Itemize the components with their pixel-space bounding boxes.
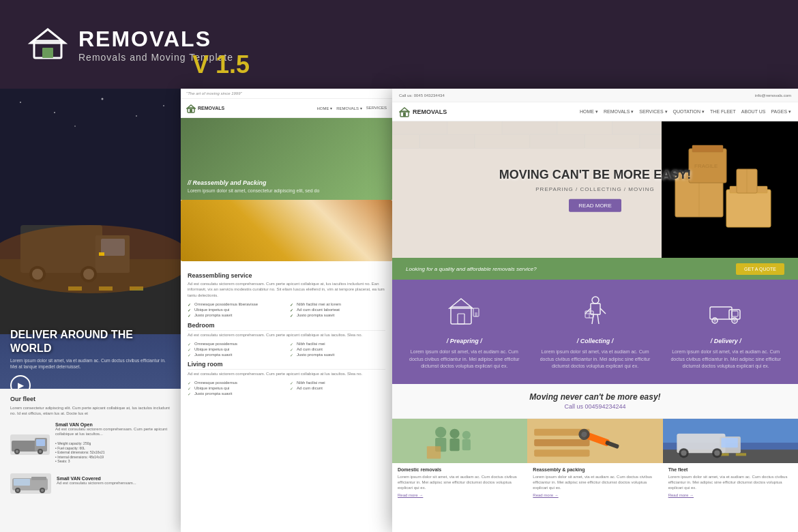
night-svg: [0, 89, 181, 334]
svg-rect-111: [462, 439, 471, 449]
screenshot-right: Call us: 0045 043234434 info@removals.co…: [392, 89, 798, 532]
card-packing-link[interactable]: Read more →: [533, 493, 657, 497]
svg-rect-25: [36, 439, 45, 446]
van-2-text: Ad est consulatu sictorem comprehensam..…: [57, 481, 136, 486]
svg-rect-31: [14, 479, 30, 486]
family-svg: [392, 419, 527, 463]
screenshot-left: DELIVER AROUND THE WORLD Lorem ipsum dol…: [0, 89, 181, 532]
svg-point-5: [54, 112, 55, 113]
mid-logo: REMOVALS: [186, 104, 224, 113]
svg-point-130: [681, 450, 686, 456]
preparing-svg: [447, 293, 482, 327]
card-packing-desc: Lorem ipsum dolor sit amet, via et audia…: [533, 474, 657, 491]
svg-rect-60: [502, 121, 557, 134]
service-card-delivery: / Delivery / Lorem ipsum dolor sit amet,…: [667, 293, 784, 370]
svg-rect-42: [242, 231, 285, 261]
living-checklist: ✓Omnesque possidemus ✓Ubique impetus qui…: [188, 380, 385, 396]
svg-point-36: [41, 489, 44, 492]
service-desc: Ad est consulatu sictorem comprehensam. …: [188, 281, 385, 298]
hero-sub: PREPARING / COLLECTING / MOVING: [493, 186, 698, 192]
preparing-title: / Preapring /: [406, 338, 523, 344]
svg-rect-62: [612, 121, 668, 134]
card-fleet-content: The fleet Lorem ipsum dolor sit amet, vi…: [663, 463, 798, 501]
svg-line-92: [600, 308, 606, 314]
moving-cta-title: Moving never can't be more easy!: [406, 392, 784, 402]
moving-cta-phone: Call us 004594234244: [406, 403, 784, 410]
delivery-icon: [667, 293, 784, 332]
svg-point-104: [733, 319, 736, 322]
card-fleet-link[interactable]: Read more →: [668, 493, 793, 497]
mid-nav-removals[interactable]: REMOVALS ▾: [336, 106, 362, 110]
svg-line-94: [597, 314, 599, 324]
preparing-icon: [406, 293, 523, 332]
svg-marker-38: [187, 105, 195, 108]
nav-pages[interactable]: PAGES ▾: [771, 109, 791, 115]
svg-rect-2: [42, 48, 53, 58]
van-1-image: [10, 434, 50, 455]
svg-point-29: [39, 450, 42, 453]
svg-rect-41: [181, 200, 392, 261]
card-packing: Reassembly & packing Lorem ipsum dolor s…: [527, 419, 662, 501]
svg-rect-84: [451, 307, 471, 324]
svg-rect-47: [226, 226, 235, 234]
svg-point-106: [435, 426, 446, 437]
nav-quotation[interactable]: QUOTATION ▾: [673, 109, 705, 115]
van-2-image: [10, 473, 51, 494]
preparing-desc: Lorem ipsum dolor sit amet, via et audia…: [406, 349, 523, 370]
mid-nav-services[interactable]: SERVICES: [366, 106, 387, 110]
card-fleet-img: [663, 419, 798, 463]
svg-rect-105: [392, 419, 527, 463]
svg-point-6: [102, 98, 104, 100]
svg-point-132: [714, 450, 720, 456]
packing-svg: [527, 419, 662, 463]
left-hero-heading: DELIVER AROUND THE WORLD: [10, 328, 171, 354]
svg-rect-52: [191, 231, 205, 237]
svg-rect-116: [534, 449, 589, 456]
right-logo: REMOVALS: [399, 106, 447, 117]
truck-svg: [663, 419, 798, 463]
card-domestic: Domestic removals Lorem ipsum dolor sit …: [392, 419, 527, 501]
checklist-col-1: ✓Omnesque possidemus liberavisse ✓Ubique…: [188, 301, 283, 318]
svg-point-45: [228, 222, 256, 250]
mid-hero: // Reassembly and Packing Lorem ipsum do…: [181, 118, 392, 200]
get-quote-button[interactable]: GET A QUOTE: [736, 263, 784, 275]
van-1-svg: [10, 435, 50, 454]
check-2-3: ✓Justo prompta suavit: [290, 312, 385, 318]
living-col-2: ✓Nibh facilisi mei ✓Ad cum dicunt: [290, 380, 385, 396]
svg-point-7: [136, 115, 137, 117]
left-hero-subtext: Lorem ipsum dolor sit amet, via et audia…: [10, 357, 171, 370]
moving-cta: Moving never can't be more easy! Call us…: [392, 384, 798, 419]
van-item-1: Small VAN Open Ad est consulatu sictorem…: [10, 422, 171, 468]
read-more-button[interactable]: READ MORE: [569, 198, 621, 211]
van-1-text: Ad est consulatu sictorem comprehensam. …: [55, 427, 171, 438]
svg-point-108: [449, 428, 459, 438]
svg-rect-77: [726, 190, 771, 227]
card-fleet: The fleet Lorem ipsum dolor sit amet, vi…: [663, 419, 798, 501]
mid-hero-text: // Reassembly and Packing Lorem ipsum do…: [188, 179, 319, 193]
svg-rect-58: [392, 121, 447, 134]
nav-home[interactable]: HOME ▾: [580, 109, 598, 115]
mid-nav: REMOVALS HOME ▾ REMOVALS ▾ SERVICES: [181, 99, 392, 118]
reassemble-image: [181, 200, 392, 261]
card-domestic-link[interactable]: Read more →: [398, 493, 522, 497]
check-2-1: ✓Nibh facilisi mei at lorem: [290, 301, 385, 307]
mid-hero-desc: Lorem ipsum dolor sit amet, consectetur …: [188, 188, 319, 193]
nav-fleet[interactable]: THE FLEET: [710, 109, 736, 115]
mid-nav-home[interactable]: HOME ▾: [317, 106, 333, 110]
checklist-2: ✓Nibh facilisi mei at lorem ✓Ad cum dicu…: [290, 301, 385, 318]
nav-services[interactable]: SERVICES ▾: [639, 109, 667, 115]
svg-rect-32: [31, 477, 46, 480]
collecting-title: / Collecting /: [537, 338, 654, 344]
svg-rect-59: [447, 121, 503, 134]
check-1-3: ✓Justo prompta suavit: [188, 312, 283, 318]
living-col-1: ✓Omnesque possidemus ✓Ubique impetus qui…: [188, 380, 283, 396]
bedroom-checklist: ✓Omnesque possidemus ✓Ubique impetus qui…: [188, 341, 385, 357]
nav-removals[interactable]: REMOVALS ▾: [604, 109, 634, 115]
nav-about[interactable]: ABOUT US: [741, 109, 766, 115]
svg-point-27: [16, 450, 18, 453]
svg-point-8: [163, 105, 164, 106]
checklist-1: ✓Omnesque possidemus liberavisse ✓Ubique…: [188, 301, 283, 318]
check-1-1: ✓Omnesque possidemus liberavisse: [188, 301, 283, 307]
service-title: Reassembling service: [188, 272, 385, 279]
bedroom-title: Bedroom: [188, 322, 385, 331]
